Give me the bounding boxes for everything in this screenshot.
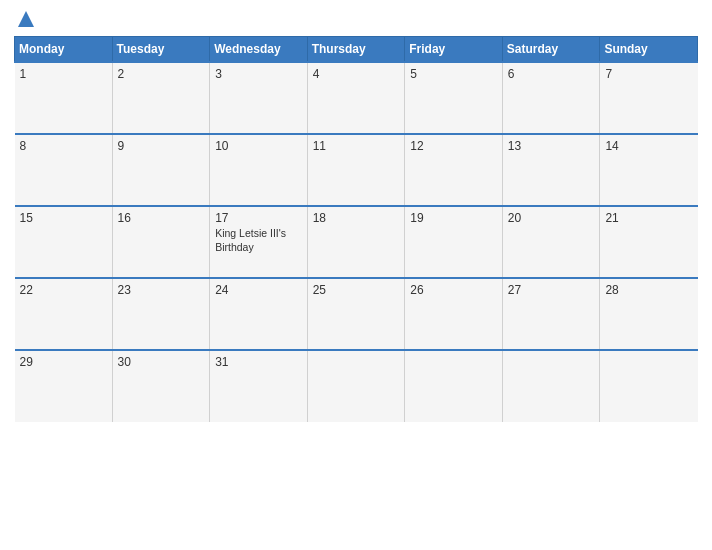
logo-triangle-wrapper xyxy=(17,10,35,30)
calendar-cell: 18 xyxy=(307,206,405,278)
day-number: 23 xyxy=(118,283,205,297)
calendar-cell: 30 xyxy=(112,350,210,422)
calendar-header: MondayTuesdayWednesdayThursdayFridaySatu… xyxy=(15,37,698,63)
day-number: 24 xyxy=(215,283,302,297)
calendar-cell xyxy=(405,350,503,422)
calendar-cell: 4 xyxy=(307,62,405,134)
day-number: 17 xyxy=(215,211,302,225)
calendar-cell: 13 xyxy=(502,134,600,206)
logo-triangle-icon xyxy=(17,10,35,30)
day-number: 16 xyxy=(118,211,205,225)
weekday-header-monday: Monday xyxy=(15,37,113,63)
day-number: 22 xyxy=(20,283,107,297)
weekday-header-sunday: Sunday xyxy=(600,37,698,63)
calendar-cell: 10 xyxy=(210,134,308,206)
calendar-cell: 5 xyxy=(405,62,503,134)
calendar-cell: 17King Letsie III's Birthday xyxy=(210,206,308,278)
calendar-cell: 29 xyxy=(15,350,113,422)
weekday-header-saturday: Saturday xyxy=(502,37,600,63)
calendar-cell: 6 xyxy=(502,62,600,134)
calendar-week-1: 1234567 xyxy=(15,62,698,134)
day-number: 27 xyxy=(508,283,595,297)
weekday-header-wednesday: Wednesday xyxy=(210,37,308,63)
day-number: 25 xyxy=(313,283,400,297)
calendar-cell: 8 xyxy=(15,134,113,206)
calendar-cell: 2 xyxy=(112,62,210,134)
calendar-week-2: 891011121314 xyxy=(15,134,698,206)
day-number: 28 xyxy=(605,283,692,297)
day-number: 4 xyxy=(313,67,400,81)
weekday-header-thursday: Thursday xyxy=(307,37,405,63)
day-number: 20 xyxy=(508,211,595,225)
calendar-cell: 27 xyxy=(502,278,600,350)
weekday-header-row: MondayTuesdayWednesdayThursdayFridaySatu… xyxy=(15,37,698,63)
calendar-page: MondayTuesdayWednesdayThursdayFridaySatu… xyxy=(0,0,712,550)
calendar-body: 1234567891011121314151617King Letsie III… xyxy=(15,62,698,422)
calendar-cell xyxy=(307,350,405,422)
day-number: 9 xyxy=(118,139,205,153)
logo xyxy=(14,10,35,30)
day-number: 26 xyxy=(410,283,497,297)
calendar-cell: 25 xyxy=(307,278,405,350)
calendar-cell: 7 xyxy=(600,62,698,134)
weekday-header-friday: Friday xyxy=(405,37,503,63)
calendar-event: King Letsie III's Birthday xyxy=(215,227,302,254)
calendar-cell: 24 xyxy=(210,278,308,350)
day-number: 15 xyxy=(20,211,107,225)
calendar-cell: 15 xyxy=(15,206,113,278)
calendar-cell: 16 xyxy=(112,206,210,278)
calendar-cell: 28 xyxy=(600,278,698,350)
calendar-cell xyxy=(502,350,600,422)
weekday-header-tuesday: Tuesday xyxy=(112,37,210,63)
day-number: 31 xyxy=(215,355,302,369)
calendar-cell: 21 xyxy=(600,206,698,278)
svg-marker-0 xyxy=(18,11,34,27)
day-number: 6 xyxy=(508,67,595,81)
calendar-cell: 14 xyxy=(600,134,698,206)
day-number: 3 xyxy=(215,67,302,81)
header xyxy=(14,10,698,30)
calendar-cell: 12 xyxy=(405,134,503,206)
calendar-cell xyxy=(600,350,698,422)
day-number: 18 xyxy=(313,211,400,225)
day-number: 30 xyxy=(118,355,205,369)
day-number: 8 xyxy=(20,139,107,153)
calendar-cell: 19 xyxy=(405,206,503,278)
day-number: 13 xyxy=(508,139,595,153)
calendar-cell: 1 xyxy=(15,62,113,134)
day-number: 10 xyxy=(215,139,302,153)
calendar-cell: 31 xyxy=(210,350,308,422)
day-number: 11 xyxy=(313,139,400,153)
day-number: 1 xyxy=(20,67,107,81)
calendar-week-5: 293031 xyxy=(15,350,698,422)
calendar-cell: 20 xyxy=(502,206,600,278)
calendar-cell: 26 xyxy=(405,278,503,350)
day-number: 14 xyxy=(605,139,692,153)
day-number: 19 xyxy=(410,211,497,225)
calendar-week-4: 22232425262728 xyxy=(15,278,698,350)
day-number: 7 xyxy=(605,67,692,81)
calendar-table: MondayTuesdayWednesdayThursdayFridaySatu… xyxy=(14,36,698,422)
day-number: 2 xyxy=(118,67,205,81)
calendar-cell: 9 xyxy=(112,134,210,206)
calendar-week-3: 151617King Letsie III's Birthday18192021 xyxy=(15,206,698,278)
calendar-cell: 23 xyxy=(112,278,210,350)
calendar-cell: 11 xyxy=(307,134,405,206)
calendar-cell: 22 xyxy=(15,278,113,350)
day-number: 5 xyxy=(410,67,497,81)
day-number: 29 xyxy=(20,355,107,369)
day-number: 12 xyxy=(410,139,497,153)
calendar-cell: 3 xyxy=(210,62,308,134)
day-number: 21 xyxy=(605,211,692,225)
